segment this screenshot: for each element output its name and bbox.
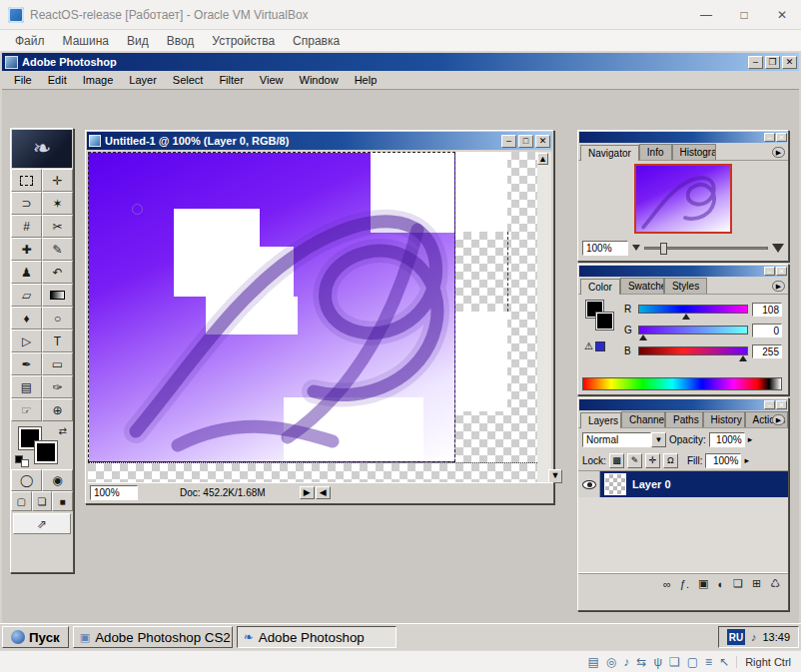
new-layer-icon[interactable]: ⊞ [752,577,761,590]
layer-thumbnail[interactable] [604,473,626,495]
scroll-left-icon[interactable]: ◀ [316,486,331,499]
healing-brush-tool[interactable]: ✚ [11,238,42,261]
hand-tool[interactable]: ☞ [11,398,42,421]
quick-mask-mode-button[interactable]: ◉ [42,469,73,491]
network-icon[interactable]: ⇆ [636,655,646,669]
tab-swatches[interactable]: Swatches [620,278,664,294]
green-channel-slider[interactable] [638,326,748,335]
fullscreen-button[interactable]: ■ [52,491,73,511]
crop-tool[interactable]: # [11,215,42,238]
audio-icon[interactable]: ♪ [623,655,629,669]
standard-screen-button[interactable]: ▢ [11,491,32,511]
scroll-down-icon[interactable]: ▼ [548,469,562,483]
color-palette-titlebar[interactable]: – ✕ [579,266,787,277]
magic-wand-tool[interactable]: ✶ [42,192,73,215]
red-slider-marker[interactable] [682,314,690,320]
photoshop-close-button[interactable]: ✕ [782,56,797,69]
usb-icon[interactable]: ψ [653,655,662,669]
lock-pixels-icon[interactable]: ✎ [627,453,642,468]
gamut-warning-icon[interactable]: ⚠ [584,340,593,351]
green-value-field[interactable]: 0 [752,324,782,337]
scroll-right-icon[interactable]: ▶ [300,486,315,499]
vertical-scrollbar[interactable]: ▲ ▼ [537,152,551,483]
palette-close-button[interactable]: ✕ [776,267,787,276]
shape-tool[interactable]: ▭ [42,352,73,375]
vbox-menu-input[interactable]: Ввод [158,34,204,48]
tab-info[interactable]: Info [639,144,672,160]
display-icon[interactable]: ▢ [687,655,698,669]
layer-group-icon[interactable]: ❏ [733,577,743,590]
photoshop-minimize-button[interactable]: – [748,56,763,69]
color-panel-swatches[interactable] [586,301,616,335]
vbox-menu-file[interactable]: Файл [6,34,54,48]
opacity-field[interactable]: 100% [709,432,745,447]
zoom-in-icon[interactable] [772,244,784,253]
tab-histogram[interactable]: Histogram [672,144,716,160]
palette-menu-button[interactable]: ▶ [772,281,785,292]
lock-all-icon[interactable]: Ω [663,453,678,468]
dodge-tool[interactable]: ○ [42,307,73,330]
palette-minimize-button[interactable]: – [764,133,775,142]
hdd-icon[interactable]: ▤ [588,655,599,669]
layer-row[interactable]: Layer 0 [578,471,788,497]
layer-style-icon[interactable]: ƒ. [680,578,689,590]
history-brush-tool[interactable]: ↶ [42,261,73,284]
type-tool[interactable]: T [42,330,73,352]
blue-channel-slider[interactable] [638,346,748,355]
scroll-up-icon[interactable]: ▲ [537,153,548,165]
taskbar-item-photoshop-cs2[interactable]: ▣ Adobe Photoshop CS2 [73,626,233,648]
doc-maximize-button[interactable]: □ [518,135,533,148]
taskbar-item-photoshop[interactable]: ❧ Adobe Photoshop [237,626,397,648]
path-selection-tool[interactable]: ▷ [11,330,42,352]
clock[interactable]: 13:49 [762,631,790,643]
red-channel-slider[interactable] [638,305,748,314]
ps-menu-file[interactable]: File [6,74,40,86]
layers-palette-titlebar[interactable]: – ✕ [579,399,787,410]
navigator-palette-titlebar[interactable]: – ✕ [579,132,787,143]
link-layers-icon[interactable]: ∞ [663,578,671,590]
layer-visibility-cell[interactable] [578,471,600,497]
green-slider-marker[interactable] [639,335,647,340]
clone-stamp-tool[interactable]: ♟ [11,261,42,284]
eye-icon[interactable] [582,480,596,489]
blue-slider-marker[interactable] [739,355,747,361]
layer-mask-icon[interactable]: ▣ [698,577,708,590]
tab-layers[interactable]: Layers [580,412,621,428]
standard-mode-button[interactable]: ◯ [11,469,42,491]
language-indicator[interactable]: RU [727,629,745,645]
lock-transparency-icon[interactable]: ▩ [609,453,624,468]
brush-tool[interactable]: ✎ [42,238,73,261]
document-titlebar[interactable]: Untitled-1 @ 100% (Layer 0, RGB/8) – □ ✕ [87,132,552,150]
vbox-minimize-button[interactable]: — [687,0,725,29]
shared-folders-icon[interactable]: ❏ [669,655,680,669]
blend-mode-select[interactable]: Normal ▼ [582,431,666,448]
ps-menu-view[interactable]: View [252,74,292,86]
edit-in-imageready-button[interactable]: ⇗ [13,513,71,534]
background-color-swatch[interactable] [35,441,57,463]
eyedropper-tool[interactable]: ✑ [42,375,73,398]
vbox-maximize-button[interactable]: □ [725,0,763,29]
ps-menu-layer[interactable]: Layer [121,74,165,86]
zoom-tool[interactable]: ⊕ [42,398,73,421]
navigator-zoom-slider-thumb[interactable] [660,243,667,255]
opacity-popup-icon[interactable]: ▸ [748,434,753,444]
navigator-zoom-slider[interactable] [644,247,768,250]
slice-tool[interactable]: ✂ [42,215,73,238]
palette-menu-button[interactable]: ▶ [772,147,785,158]
fill-popup-icon[interactable]: ▸ [744,455,749,465]
vbox-menu-machine[interactable]: Машина [54,34,118,48]
palette-minimize-button[interactable]: – [764,400,775,409]
blue-value-field[interactable]: 255 [752,344,782,358]
switch-colors-icon[interactable]: ⇄ [59,425,67,436]
ps-menu-select[interactable]: Select [165,74,212,86]
vbox-menu-view[interactable]: Вид [118,34,158,48]
blur-tool[interactable]: ♦ [11,307,42,330]
doc-close-button[interactable]: ✕ [535,135,550,148]
ps-menu-help[interactable]: Help [347,74,386,86]
tab-styles[interactable]: Styles [664,278,707,294]
canvas[interactable] [88,152,539,483]
features-icon[interactable]: ≡ [705,655,712,669]
vbox-menu-help[interactable]: Справка [284,34,349,48]
pen-tool[interactable]: ✒ [11,352,42,375]
adjustment-layer-icon[interactable]: ◐ [717,578,724,590]
